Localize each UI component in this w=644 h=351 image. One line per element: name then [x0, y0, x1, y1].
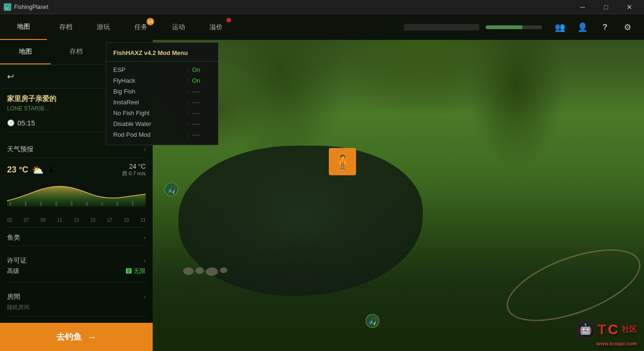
- svg-rect-12: [132, 201, 134, 206]
- mod-colon-3: :: [186, 88, 188, 95]
- mod-key-rodpodmod: Rod Pod Mod: [113, 131, 183, 138]
- svg-text:🎣: 🎣: [368, 317, 377, 326]
- mod-val-instarel: ----: [192, 99, 211, 106]
- svg-rect-11: [116, 201, 118, 206]
- settings-button[interactable]: ⚙: [618, 18, 637, 37]
- rock-1: [183, 267, 194, 275]
- tab-price[interactable]: 溢价: [197, 14, 235, 40]
- license-icon: 🅱: [126, 268, 132, 274]
- price-notification-dot: [226, 18, 231, 23]
- titlebar-controls: ─ □ ✕: [572, 0, 640, 14]
- rocks: [183, 267, 227, 276]
- fishing-marker-1: 🎣: [163, 181, 180, 198]
- panel-tab-map[interactable]: 地图: [0, 40, 51, 64]
- titlebar-left: 🐟 FishingPlanet: [4, 3, 48, 11]
- main-area: 🧍 🎣 🎣 🤖 TC 社区 www.tcsqar.com: [0, 14, 644, 351]
- watermark-url: www.tcsqar.com: [575, 341, 637, 346]
- mod-val-flyhack: On: [192, 77, 211, 84]
- license-arrow-icon: ›: [144, 257, 146, 264]
- tab-map[interactable]: 地图: [0, 14, 47, 40]
- svg-rect-9: [86, 202, 88, 206]
- temp-right: 24 °C 西 0.7 m/s: [122, 163, 146, 177]
- mod-colon-1: :: [186, 66, 188, 73]
- mod-menu: FishHAXZ v4.2 Mod Menu ESP : On FlyHack …: [106, 42, 218, 145]
- mod-key-bigfish: Big Fish: [113, 88, 183, 95]
- go-fishing-label: 去钓鱼: [56, 331, 82, 343]
- rock-3: [206, 267, 218, 276]
- mod-item-instarel: InstaReel : ----: [106, 97, 218, 108]
- temp-current: 23 °C: [7, 165, 28, 175]
- weather-chart: [7, 181, 146, 214]
- maximize-button[interactable]: □: [595, 0, 617, 14]
- license-title: 许可证: [7, 257, 27, 265]
- go-fishing-button[interactable]: 去钓鱼 →: [0, 323, 153, 351]
- close-button[interactable]: ✕: [619, 0, 640, 14]
- help-button[interactable]: ?: [596, 18, 614, 37]
- player-marker: 🧍: [329, 148, 356, 175]
- license-value: 🅱 无限: [126, 267, 146, 275]
- weather-cloud-icon: ⛅: [32, 164, 44, 176]
- mod-val-nofishfight: ----: [192, 109, 211, 117]
- mod-item-bigfish: Big Fish : ----: [106, 86, 218, 97]
- go-fishing-arrow-icon: →: [87, 332, 97, 343]
- thermometer-icon: 🌡: [47, 166, 55, 174]
- mod-colon-4: :: [186, 99, 188, 106]
- room-section: 房間 › 随机房间: [7, 282, 146, 317]
- svg-rect-5: [25, 201, 27, 206]
- svg-rect-4: [9, 202, 11, 206]
- titlebar: 🐟 FishingPlanet ─ □ ✕: [0, 0, 644, 14]
- mod-key-disablewater: Disable Water: [113, 120, 183, 127]
- mod-menu-title: FishHAXZ v4.2 Mod Menu: [106, 47, 218, 62]
- friends-button[interactable]: 👥: [551, 18, 569, 37]
- panel-tab-save[interactable]: 存档: [51, 40, 101, 64]
- license-header[interactable]: 许可证 ›: [7, 251, 146, 267]
- app-icon: 🐟: [4, 3, 11, 11]
- mod-item-flyhack: FlyHack : On: [106, 75, 218, 86]
- user-profile: [399, 24, 547, 31]
- watermark: 🤖 TC 社区 www.tcsqar.com: [575, 319, 637, 346]
- tab-mission[interactable]: 任务 14: [122, 14, 160, 40]
- mission-badge: 14: [147, 18, 154, 25]
- mod-colon-2: :: [186, 77, 188, 84]
- mod-colon-6: :: [186, 120, 188, 127]
- svg-rect-10: [101, 202, 103, 206]
- chart-labels: 05 07 09 11 13 15 17 19 21: [7, 218, 146, 223]
- tab-sport[interactable]: 运动: [160, 14, 197, 40]
- weather-row: 23 °C ⛅ 🌡 24 °C 西 0.7 m/s: [7, 163, 146, 177]
- room-header[interactable]: 房間 ›: [7, 287, 146, 302]
- mod-val-disablewater: ----: [192, 120, 211, 127]
- wind-dir: 西 0.7 m/s: [122, 170, 146, 177]
- nav-right: 👥 👤 ? ⚙: [399, 18, 644, 37]
- weather-section: 23 °C ⛅ 🌡 24 °C 西 0.7 m/s: [7, 158, 146, 228]
- weather-arrow-icon: ›: [144, 146, 146, 153]
- rock-2: [195, 267, 204, 274]
- license-row: 高级 🅱 无限: [7, 267, 146, 275]
- nav-left: 地图 存档 游玩 任务 14 运动 溢价: [0, 14, 225, 40]
- license-section: 许可证 › 高级 🅱 无限: [7, 246, 146, 282]
- fish-section-header[interactable]: 鱼类 ›: [7, 228, 146, 246]
- mod-key-nofishfight: No Fish Fight: [113, 109, 183, 117]
- mod-key-instarel: InstaReel: [113, 99, 183, 106]
- tab-community[interactable]: 游玩: [85, 14, 122, 40]
- rock-4: [220, 267, 227, 273]
- wind-temp: 24 °C: [122, 163, 146, 170]
- mod-colon-7: :: [186, 131, 188, 138]
- room-arrow-icon: ›: [144, 294, 146, 300]
- mod-item-rodpodmod: Rod Pod Mod : ----: [106, 129, 218, 140]
- xp-bar-fill: [486, 25, 522, 29]
- profile-button[interactable]: 👤: [573, 18, 592, 37]
- mod-val-rodpodmod: ----: [192, 131, 211, 138]
- back-button[interactable]: ↩: [7, 71, 14, 82]
- tab-save[interactable]: 存档: [47, 14, 85, 40]
- clock-icon: 🕐: [7, 119, 15, 126]
- svg-text:🎣: 🎣: [167, 185, 176, 194]
- fish-arrow-icon: ›: [144, 234, 146, 241]
- weather-title: 天气预报: [7, 145, 33, 154]
- minimize-button[interactable]: ─: [572, 0, 593, 14]
- player-figure-icon: 🧍: [334, 154, 351, 170]
- app-title: FishingPlanet: [14, 4, 48, 10]
- license-level: 高级: [7, 267, 19, 275]
- mod-key-esp: ESP: [113, 66, 183, 73]
- mod-val-esp: On: [192, 66, 211, 73]
- svg-rect-6: [40, 202, 42, 206]
